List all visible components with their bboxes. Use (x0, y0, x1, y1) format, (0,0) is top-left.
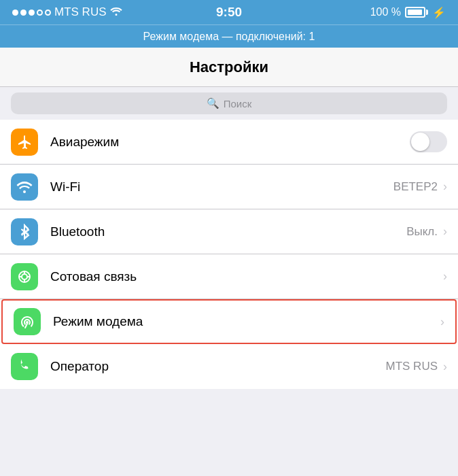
search-area: 🔍 Поиск (0, 87, 458, 120)
hotspot-bar: Режим модема — подключений: 1 (0, 24, 458, 48)
toggle-knob (411, 133, 429, 151)
airplane-icon (11, 129, 38, 156)
wifi-value: ВЕТЕР2 (393, 180, 438, 194)
setting-row-hotspot[interactable]: Режим модема › (1, 299, 457, 344)
operator-label: Оператор (50, 359, 386, 374)
dot-3 (29, 10, 35, 16)
setting-row-operator[interactable]: Оператор MTS RUS › (0, 344, 458, 389)
wifi-label: Wi-Fi (50, 180, 393, 194)
setting-row-airplane[interactable]: Авиарежим (0, 120, 458, 165)
dot-1 (12, 10, 18, 16)
hotspot-setting-icon (14, 308, 41, 335)
page-title-bar: Настройки (0, 48, 458, 87)
status-time: 9:50 (216, 5, 242, 20)
search-bar[interactable]: 🔍 Поиск (11, 92, 447, 114)
battery-percent: 100 % (370, 6, 401, 18)
wifi-icon (110, 5, 122, 19)
bluetooth-chevron: › (443, 224, 447, 239)
status-right: 100 % ⚡ (370, 6, 446, 19)
dot-5 (45, 10, 51, 16)
hotspot-bar-label: Режим модема — подключений: 1 (143, 31, 315, 43)
charging-icon: ⚡ (432, 6, 446, 19)
bluetooth-value: Выкл. (406, 225, 438, 239)
dot-2 (20, 10, 27, 16)
setting-row-cellular[interactable]: Сотовая связь › (0, 254, 458, 299)
bluetooth-label: Bluetooth (50, 224, 406, 239)
wifi-chevron: › (443, 180, 447, 194)
cellular-setting-icon (11, 263, 38, 290)
hotspot-label: Режим модема (53, 314, 435, 329)
svg-point-1 (22, 274, 27, 279)
search-icon: 🔍 (207, 97, 219, 109)
page-title: Настройки (190, 58, 268, 76)
setting-row-bluetooth[interactable]: Bluetooth Выкл. › (0, 209, 458, 254)
carrier-label: MTS RUS (54, 5, 107, 19)
status-left: MTS RUS (12, 5, 122, 19)
operator-value: MTS RUS (386, 360, 438, 373)
bluetooth-setting-icon (11, 218, 38, 245)
setting-row-wifi[interactable]: Wi-Fi ВЕТЕР2 › (0, 165, 458, 209)
operator-chevron: › (443, 360, 447, 374)
search-placeholder: Поиск (224, 98, 252, 109)
airplane-toggle[interactable] (410, 131, 447, 152)
cellular-label: Сотовая связь (50, 269, 438, 284)
dot-4 (37, 10, 43, 16)
battery-icon (405, 7, 428, 18)
settings-list: Авиарежим Wi-Fi ВЕТЕР2 › Bluetooth Выкл.… (0, 120, 458, 389)
signal-dots (12, 10, 51, 16)
cellular-chevron: › (443, 269, 447, 284)
wifi-setting-icon (11, 173, 38, 201)
hotspot-chevron: › (440, 315, 444, 329)
airplane-label: Авиарежим (50, 135, 410, 150)
status-bar: MTS RUS 9:50 100 % ⚡ (0, 0, 458, 24)
operator-setting-icon (11, 353, 38, 380)
